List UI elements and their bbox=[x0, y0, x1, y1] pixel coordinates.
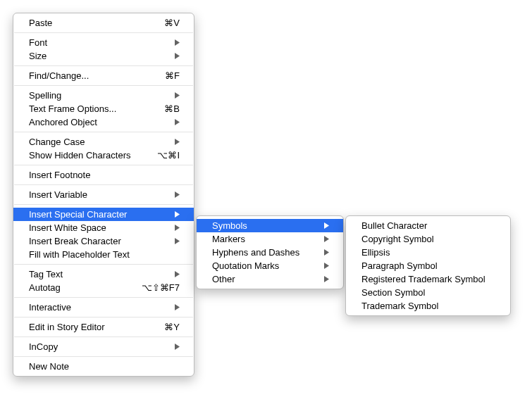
menu-separator bbox=[14, 165, 193, 165]
menu-item[interactable]: Copyright Symbol bbox=[346, 232, 510, 246]
menu-item-label: Anchored Object bbox=[29, 115, 166, 129]
menu-item-shortcut: ⌘Y bbox=[164, 320, 180, 334]
menu-item-label: Text Frame Options... bbox=[29, 102, 157, 115]
menu-item[interactable]: Paste⌘V bbox=[13, 16, 194, 30]
menu-item-label: Bullet Character bbox=[361, 219, 496, 232]
menu-item[interactable]: Bullet Character bbox=[346, 219, 510, 232]
menu-item-label: Other bbox=[212, 272, 315, 286]
menu-item-label: Insert Footnote bbox=[29, 168, 180, 182]
menu-item-label: Registered Trademark Symbol bbox=[361, 272, 496, 286]
menu-separator bbox=[14, 297, 193, 298]
submenu-arrow-icon bbox=[322, 222, 329, 229]
submenu-arrow-icon bbox=[173, 119, 180, 125]
menu-item[interactable]: Trademark Symbol bbox=[346, 299, 510, 313]
submenu-arrow-icon bbox=[173, 271, 180, 277]
menu-item[interactable]: Quotation Marks bbox=[197, 259, 343, 272]
menu-item-label: Size bbox=[29, 49, 166, 63]
menu-item[interactable]: Hyphens and Dashes bbox=[197, 246, 343, 259]
menu-item-label: Insert Variable bbox=[29, 188, 166, 201]
menu-item-label: Interactive bbox=[29, 301, 166, 314]
submenu-arrow-icon bbox=[173, 39, 180, 46]
menu-item-label: Copyright Symbol bbox=[361, 232, 496, 246]
menu-separator bbox=[14, 184, 193, 185]
menu-item-label: Fill with Placeholder Text bbox=[29, 248, 180, 261]
submenu-arrow-icon bbox=[173, 139, 180, 145]
context-menu-main: Paste⌘VFontSizeFind/Change...⌘FSpellingT… bbox=[13, 13, 194, 377]
menu-item-label: Tag Text bbox=[29, 268, 166, 281]
menu-separator bbox=[14, 65, 193, 66]
menu-item-label: Font bbox=[29, 36, 166, 49]
submenu-symbols: Bullet CharacterCopyright SymbolEllipsis… bbox=[345, 215, 511, 316]
menu-separator bbox=[14, 132, 193, 132]
submenu-arrow-icon bbox=[322, 276, 329, 282]
menu-item[interactable]: Change Case bbox=[13, 135, 194, 149]
menu-item-label: Section Symbol bbox=[361, 286, 496, 299]
menu-item[interactable]: Insert Footnote bbox=[13, 168, 194, 182]
menu-item-label: Find/Change... bbox=[29, 69, 158, 82]
menu-item[interactable]: Size bbox=[13, 49, 194, 63]
menu-item[interactable]: Font bbox=[13, 36, 194, 49]
menu-item-label: Change Case bbox=[29, 135, 166, 149]
menu-item[interactable]: Other bbox=[197, 272, 343, 286]
menu-item-label: InCopy bbox=[29, 340, 166, 353]
menu-item[interactable]: Symbols bbox=[197, 219, 343, 232]
submenu-arrow-icon bbox=[173, 225, 180, 231]
submenu-arrow-icon bbox=[173, 211, 180, 218]
menu-item-label: Insert Special Character bbox=[29, 208, 166, 221]
submenu-arrow-icon bbox=[173, 92, 180, 99]
menu-item-shortcut: ⌘V bbox=[164, 16, 180, 30]
menu-item-label: Insert White Space bbox=[29, 221, 166, 234]
menu-item[interactable]: Insert Variable bbox=[13, 188, 194, 201]
menu-item-label: Trademark Symbol bbox=[361, 299, 496, 313]
menu-item-label: Paste bbox=[29, 16, 157, 30]
menu-item[interactable]: Section Symbol bbox=[346, 286, 510, 299]
menu-item-label: New Note bbox=[29, 360, 180, 373]
menu-item-label: Autotag bbox=[29, 281, 135, 294]
menu-item[interactable]: Edit in Story Editor⌘Y bbox=[13, 320, 194, 334]
menu-item[interactable]: Tag Text bbox=[13, 268, 194, 281]
menu-item[interactable]: Spelling bbox=[13, 89, 194, 102]
menu-separator bbox=[14, 204, 193, 205]
menu-item[interactable]: Markers bbox=[197, 232, 343, 246]
menu-item[interactable]: InCopy bbox=[13, 340, 194, 353]
menu-item-shortcut: ⌘B bbox=[164, 102, 180, 115]
menu-item[interactable]: Anchored Object bbox=[13, 115, 194, 129]
menu-separator bbox=[14, 356, 193, 357]
menu-item[interactable]: Insert Special Character bbox=[13, 208, 194, 221]
menu-item-label: Ellipsis bbox=[361, 246, 496, 259]
menu-separator bbox=[14, 32, 193, 33]
menu-item[interactable]: Fill with Placeholder Text bbox=[13, 248, 194, 261]
menu-item-shortcut: ⌘F bbox=[165, 69, 180, 82]
menu-item[interactable]: Insert White Space bbox=[13, 221, 194, 234]
menu-item-label: Markers bbox=[212, 232, 315, 246]
menu-item-shortcut: ⌥⇧⌘F7 bbox=[142, 281, 180, 294]
menu-item[interactable]: Interactive bbox=[13, 301, 194, 314]
submenu-arrow-icon bbox=[173, 304, 180, 310]
menu-item-label: Symbols bbox=[212, 219, 315, 232]
menu-separator bbox=[14, 85, 193, 86]
submenu-arrow-icon bbox=[322, 236, 329, 242]
menu-item[interactable]: Autotag⌥⇧⌘F7 bbox=[13, 281, 194, 294]
menu-item[interactable]: Show Hidden Characters⌥⌘I bbox=[13, 149, 194, 162]
submenu-arrow-icon bbox=[173, 344, 180, 350]
menu-item[interactable]: Paragraph Symbol bbox=[346, 259, 510, 272]
menu-item[interactable]: Find/Change...⌘F bbox=[13, 69, 194, 82]
menu-item[interactable]: Ellipsis bbox=[346, 246, 510, 259]
menu-item[interactable]: Registered Trademark Symbol bbox=[346, 272, 510, 286]
menu-item-label: Spelling bbox=[29, 89, 166, 102]
submenu-arrow-icon bbox=[173, 191, 180, 198]
submenu-arrow-icon bbox=[173, 238, 180, 244]
menu-item-label: Quotation Marks bbox=[212, 259, 315, 272]
menu-item[interactable]: New Note bbox=[13, 360, 194, 373]
submenu-arrow-icon bbox=[173, 53, 180, 59]
submenu-insert-special-character: SymbolsMarkersHyphens and DashesQuotatio… bbox=[196, 215, 344, 289]
menu-separator bbox=[14, 264, 193, 265]
menu-item-label: Edit in Story Editor bbox=[29, 320, 157, 334]
menu-item[interactable]: Insert Break Character bbox=[13, 234, 194, 248]
menu-separator bbox=[14, 317, 193, 317]
submenu-arrow-icon bbox=[322, 249, 329, 256]
menu-item-label: Insert Break Character bbox=[29, 234, 166, 248]
menu-item-label: Paragraph Symbol bbox=[361, 259, 496, 272]
menu-item[interactable]: Text Frame Options...⌘B bbox=[13, 102, 194, 115]
menu-separator bbox=[14, 336, 193, 337]
